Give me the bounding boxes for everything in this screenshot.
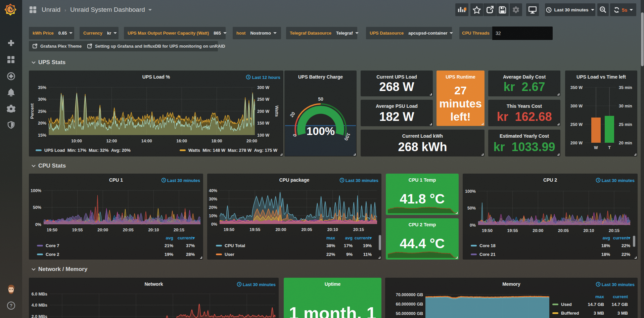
svg-text:250 W: 250 W xyxy=(570,122,583,127)
svg-text:20:05: 20:05 xyxy=(123,228,134,232)
svg-text:200 W: 200 W xyxy=(257,109,269,114)
svg-text:Watts: Watts xyxy=(274,105,279,117)
svg-text:20 min: 20 min xyxy=(619,141,632,145)
svg-text:100%: 100% xyxy=(465,189,476,194)
svg-text:0%: 0% xyxy=(211,222,217,227)
svg-text:15%: 15% xyxy=(38,133,46,138)
svg-text:T: T xyxy=(608,145,611,150)
svg-text:16:00: 16:00 xyxy=(176,139,187,143)
svg-text:19:50: 19:50 xyxy=(482,228,493,233)
svg-text:20:15: 20:15 xyxy=(609,228,619,233)
svg-text:0%: 0% xyxy=(470,223,476,228)
svg-text:30 min: 30 min xyxy=(619,104,632,108)
svg-text:19:55: 19:55 xyxy=(72,228,83,232)
svg-text:40%: 40% xyxy=(209,188,217,193)
svg-text:100%: 100% xyxy=(307,125,335,137)
svg-text:?: ? xyxy=(10,303,13,308)
svg-text:20: 20 xyxy=(289,111,296,118)
svg-text:20:10: 20:10 xyxy=(148,228,159,232)
svg-text:50%: 50% xyxy=(467,206,476,211)
svg-text:4.0 MBs: 4.0 MBs xyxy=(32,303,47,308)
svg-text:20:05: 20:05 xyxy=(302,227,312,232)
svg-text:2.0 MBs: 2.0 MBs xyxy=(32,314,47,318)
svg-text:18:00: 18:00 xyxy=(212,139,222,143)
svg-text:30%: 30% xyxy=(38,97,46,102)
svg-text:W: W xyxy=(594,145,598,150)
svg-text:20:10: 20:10 xyxy=(327,227,338,232)
svg-text:6.0 MBs: 6.0 MBs xyxy=(32,292,47,297)
svg-text:20:05: 20:05 xyxy=(558,228,569,233)
svg-text:300 W: 300 W xyxy=(257,85,269,90)
svg-text:Percent: Percent xyxy=(30,103,35,119)
svg-text:35%: 35% xyxy=(38,85,46,90)
svg-text:20:00: 20:00 xyxy=(97,228,108,232)
svg-text:35 min: 35 min xyxy=(619,85,632,90)
svg-text:30%: 30% xyxy=(209,197,217,201)
svg-text:20:15: 20:15 xyxy=(174,228,184,232)
svg-text:0%: 0% xyxy=(35,222,41,227)
svg-text:10%: 10% xyxy=(209,214,217,218)
svg-text:19:50: 19:50 xyxy=(224,227,234,232)
svg-text:150 W: 150 W xyxy=(257,121,269,126)
svg-text:350 W: 350 W xyxy=(570,85,583,90)
svg-text:19:50: 19:50 xyxy=(47,228,57,232)
svg-text:20:00: 20:00 xyxy=(275,227,286,232)
svg-text:20%: 20% xyxy=(209,205,217,210)
svg-text:25%: 25% xyxy=(38,109,46,114)
svg-text:10:00: 10:00 xyxy=(71,139,82,143)
svg-text:12:00: 12:00 xyxy=(106,139,117,143)
svg-text:19:55: 19:55 xyxy=(507,228,518,233)
svg-text:19:55: 19:55 xyxy=(249,227,260,232)
svg-text:100 W: 100 W xyxy=(257,133,269,138)
svg-text:100%: 100% xyxy=(31,188,41,193)
svg-text:250 W: 250 W xyxy=(257,97,269,102)
svg-text:50: 50 xyxy=(318,96,323,102)
svg-text:20:10: 20:10 xyxy=(583,228,594,233)
svg-text:300 W: 300 W xyxy=(570,104,583,108)
svg-text:20:00: 20:00 xyxy=(533,228,543,233)
svg-text:25 min: 25 min xyxy=(619,122,632,127)
svg-text:20:00: 20:00 xyxy=(246,139,257,143)
svg-text:20%: 20% xyxy=(38,121,46,126)
svg-text:20:15: 20:15 xyxy=(353,227,364,232)
svg-text:50%: 50% xyxy=(33,205,41,210)
svg-text:200 W: 200 W xyxy=(570,141,583,145)
svg-text:14:00: 14:00 xyxy=(141,139,152,143)
